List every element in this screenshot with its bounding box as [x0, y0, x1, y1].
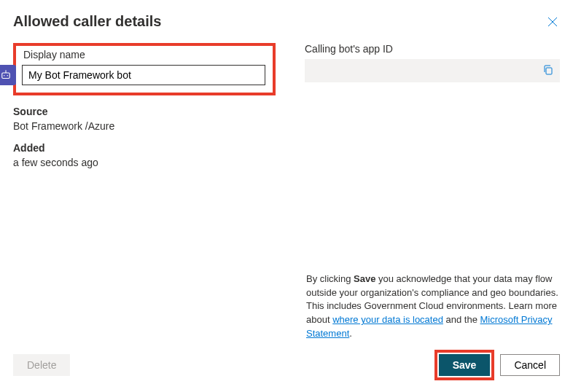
save-highlight: Save [434, 350, 495, 380]
svg-point-1 [4, 75, 5, 77]
disclaimer-mid2: and the [443, 314, 480, 325]
footer-right: Save Cancel [434, 350, 560, 380]
svg-point-3 [5, 70, 7, 71]
added-value: a few seconds ago [13, 157, 276, 168]
save-button[interactable]: Save [439, 354, 491, 376]
right-column: Calling bot's app ID [305, 43, 560, 179]
left-column: Display name Source Bot Framework /Azure… [13, 43, 276, 179]
source-group: Source Bot Framework /Azure [13, 106, 276, 132]
copy-icon [542, 64, 554, 76]
source-value: Bot Framework /Azure [13, 120, 276, 132]
cancel-button[interactable]: Cancel [500, 354, 560, 376]
bot-icon [0, 65, 16, 85]
added-group: Added a few seconds ago [13, 142, 276, 168]
app-id-field [305, 59, 560, 82]
panel-title: Allowed caller details [13, 13, 161, 30]
delete-button[interactable]: Delete [13, 354, 70, 376]
content-columns: Display name Source Bot Framework /Azure… [13, 43, 560, 179]
svg-point-2 [7, 75, 9, 77]
svg-rect-4 [546, 68, 552, 74]
data-location-link[interactable]: where your data is located [332, 314, 443, 325]
display-name-input[interactable] [22, 65, 265, 85]
display-name-row [23, 65, 265, 85]
display-name-label: Display name [23, 49, 265, 60]
added-label: Added [13, 142, 276, 154]
disclaimer-bold: Save [354, 273, 375, 284]
disclaimer-text: By clicking Save you acknowledge that yo… [306, 273, 560, 341]
disclaimer-suffix: . [349, 328, 352, 339]
close-icon [547, 17, 558, 27]
close-button[interactable] [545, 15, 560, 29]
display-name-highlight: Display name [13, 43, 276, 95]
app-id-label: Calling bot's app ID [305, 43, 560, 55]
footer-bar: Delete Save Cancel [13, 350, 560, 380]
svg-rect-0 [2, 73, 10, 79]
source-label: Source [13, 106, 276, 117]
panel-header: Allowed caller details [13, 13, 560, 30]
disclaimer-prefix: By clicking [306, 273, 354, 284]
copy-button[interactable] [542, 64, 554, 78]
